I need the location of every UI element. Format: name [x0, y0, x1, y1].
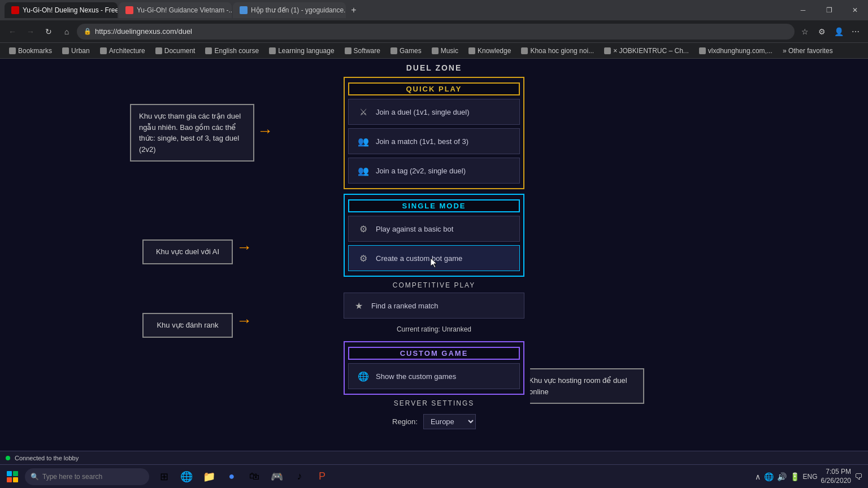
annotation-custom-game: Khu vực hosting room để duel online	[520, 368, 644, 404]
bookmark-khoa-hoc[interactable]: Khoa hoc giong noi...	[517, 45, 598, 57]
custom-bot-button[interactable]: ⚙ Create a custom bot game	[348, 245, 520, 271]
tab-3[interactable]: Hộp thư đến (1) - ygoguidance... ×	[233, 2, 346, 18]
server-settings-section: SERVER SETTINGS Region: Europe Americas …	[344, 399, 524, 433]
powerpoint-icon[interactable]: P	[312, 467, 332, 487]
store-icon[interactable]: 🛍	[244, 467, 264, 487]
game-icon[interactable]: 🎮	[267, 467, 287, 487]
rating-text: Current rating: Unranked	[344, 322, 524, 337]
bookmark-vlxd-icon	[699, 47, 706, 54]
bookmark-english-course-label: English course	[214, 47, 259, 55]
bookmark-architecture-icon	[100, 47, 107, 54]
region-row: Region: Europe Americas Asia	[344, 411, 524, 433]
clock: 7:05 PM	[821, 468, 851, 477]
start-button[interactable]	[0, 465, 25, 489]
arrow-single-mode: →	[236, 238, 252, 256]
music-icon[interactable]: ♪	[289, 467, 310, 487]
join-tag-button[interactable]: 👥 Join a tag (2v2, single duel)	[348, 158, 520, 184]
chevron-up-icon[interactable]: ∧	[755, 472, 761, 481]
time-block[interactable]: 7:05 PM 6/26/2020	[821, 468, 851, 485]
ranked-match-button[interactable]: ★ Find a ranked match	[344, 293, 524, 319]
bookmark-architecture[interactable]: Architecture	[96, 45, 150, 57]
task-view-icon[interactable]: ⊞	[154, 467, 174, 487]
bookmark-software-icon	[345, 47, 351, 54]
tab-1[interactable]: Yu-Gi-Oh! Dueling Nexus - Free... ×	[5, 2, 118, 18]
volume-icon[interactable]: 🔊	[777, 472, 787, 481]
start-square-3	[7, 477, 12, 482]
forward-button[interactable]: →	[23, 24, 38, 40]
network-icon[interactable]: 🌐	[764, 472, 774, 481]
single-mode-section: SINGLE MODE ⚙ Play against a basic bot ⚙…	[344, 194, 524, 277]
bookmark-urban[interactable]: Urban	[58, 45, 94, 57]
close-button[interactable]: ✕	[842, 0, 868, 20]
custom-bot-label: Create a custom bot game	[376, 254, 462, 263]
competitive-header: COMPETITIVE PLAY	[344, 281, 524, 289]
tab-1-favicon	[11, 6, 19, 14]
region-select[interactable]: Europe Americas Asia	[423, 414, 476, 429]
bookmark-vlxd[interactable]: vlxdhunghung.com,...	[695, 45, 777, 57]
bookmark-software-label: Software	[354, 47, 380, 55]
notification-icon[interactable]: 🗨	[854, 472, 862, 481]
region-label: Region:	[392, 417, 418, 426]
extensions-icon[interactable]: ⚙	[814, 24, 830, 40]
tab-3-label: Hộp thư đến (1) - ygoguidance...	[251, 6, 346, 14]
menu-icon[interactable]: ⋯	[848, 24, 863, 40]
home-button[interactable]: ⌂	[59, 24, 75, 40]
profile-icon[interactable]: 👤	[831, 24, 847, 40]
minimize-button[interactable]: ─	[790, 0, 816, 20]
taskbar-search[interactable]: 🔍 Type here to search	[25, 468, 149, 485]
panel-title: DUEL ZONE	[338, 59, 530, 77]
browser-chrome: Yu-Gi-Oh! Dueling Nexus - Free... × Yu-G…	[0, 0, 868, 59]
basic-bot-button[interactable]: ⚙ Play against a basic bot	[348, 216, 520, 242]
annotation-single-mode: Khu vực duel với AI	[142, 239, 233, 264]
bookmark-learning-language[interactable]: Learning language	[264, 45, 338, 57]
quick-play-section: QUICK PLAY ⚔ Join a duel (1v1, single du…	[344, 77, 524, 189]
bookmark-knowledge[interactable]: Knowledge	[464, 45, 515, 57]
start-square-2	[13, 471, 18, 476]
bookmark-games-icon	[390, 47, 397, 54]
star-icon[interactable]: ☆	[797, 24, 813, 40]
edge-icon[interactable]: 🌐	[176, 467, 197, 487]
bookmark-other[interactable]: » Other favorites	[778, 45, 837, 57]
ranked-icon: ★	[352, 299, 366, 312]
bookmark-jobkientruc[interactable]: × JOBKIENTRUC – Ch...	[600, 45, 693, 57]
bookmark-khoa-hoc-label: Khoa hoc giong noi...	[530, 47, 594, 55]
tab-2-favicon	[125, 6, 133, 14]
search-icon: 🔍	[31, 473, 39, 481]
join-duel-icon: ⚔	[357, 105, 370, 119]
bookmark-software[interactable]: Software	[340, 45, 385, 57]
bookmark-games[interactable]: Games	[386, 45, 426, 57]
url-bar[interactable]: 🔒 https://duelingnexus.com/duel	[77, 24, 795, 40]
taskbar-right: ∧ 🌐 🔊 🔋 ENG 7:05 PM 6/26/2020 🗨	[755, 468, 868, 485]
chrome-icon[interactable]: ●	[222, 467, 242, 487]
show-custom-games-button[interactable]: 🌐 Show the custom games	[348, 363, 520, 389]
address-icons: ☆ ⚙ 👤 ⋯	[797, 24, 863, 40]
tab-bar: Yu-Gi-Oh! Dueling Nexus - Free... × Yu-G…	[0, 0, 868, 20]
join-duel-button[interactable]: ⚔ Join a duel (1v1, single duel)	[348, 99, 520, 125]
windows-logo-icon	[7, 471, 18, 482]
new-tab-button[interactable]: +	[347, 3, 361, 17]
bookmark-learning-label: Learning language	[278, 47, 334, 55]
bookmark-music[interactable]: Music	[427, 45, 463, 57]
basic-bot-icon: ⚙	[357, 222, 370, 236]
back-button[interactable]: ←	[5, 24, 20, 40]
join-tag-label: Join a tag (2v2, single duel)	[376, 167, 466, 175]
start-square-4	[13, 477, 18, 482]
competitive-section: COMPETITIVE PLAY ★ Find a ranked match C…	[344, 281, 524, 337]
bookmark-english-course[interactable]: English course	[201, 45, 263, 57]
tab-2[interactable]: Yu-Gi-Oh! Guidance Vietnam -... ×	[119, 2, 232, 18]
bookmark-document[interactable]: Document	[151, 45, 200, 57]
bookmark-music-icon	[432, 47, 439, 54]
arrow-quick-play: →	[257, 122, 273, 140]
maximize-button[interactable]: ❐	[816, 0, 842, 20]
battery-icon[interactable]: 🔋	[790, 472, 800, 481]
file-explorer-icon[interactable]: 📁	[199, 467, 219, 487]
bookmark-other-label: » Other favorites	[783, 47, 833, 55]
url-text: https://duelingnexus.com/duel	[95, 27, 192, 36]
tab-3-favicon	[240, 6, 248, 14]
bookmark-bookmarks[interactable]: Bookmarks	[5, 45, 57, 57]
custom-game-section: CUSTOM GAME 🌐 Show the custom games	[344, 341, 524, 395]
bookmark-learning-icon	[269, 47, 276, 54]
join-match-button[interactable]: 👥 Join a match (1v1, best of 3)	[348, 128, 520, 154]
bookmark-english-course-icon	[205, 47, 212, 54]
reload-button[interactable]: ↻	[41, 24, 57, 40]
